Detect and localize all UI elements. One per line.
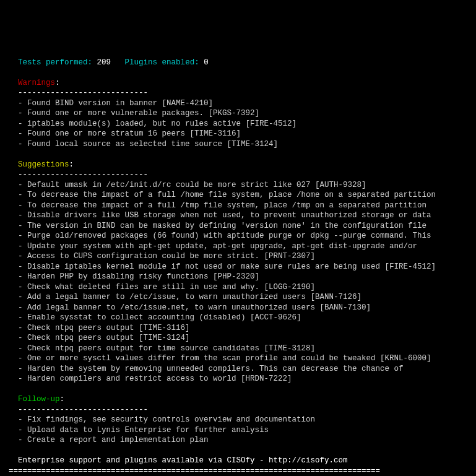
followup-title: Follow-up — [18, 395, 60, 404]
suggestions-list: - Default umask in /etc/init.d/rc could … — [9, 181, 436, 384]
header-line: Tests performed: 209 Plugins enabled: 0 — [9, 58, 209, 67]
tests-label: Tests performed — [18, 58, 88, 67]
suggestions-title: Suggestions — [18, 160, 69, 169]
support-text: Enterprise support and plugins available… — [18, 456, 348, 465]
warnings-divider: ---------------------------- — [18, 89, 148, 97]
plugins-value: 0 — [204, 58, 209, 67]
tests-value: 209 — [97, 58, 111, 67]
suggestions-divider: ---------------------------- — [18, 170, 148, 179]
terminal-output: Tests performed: 209 Plugins enabled: 0 … — [9, 47, 467, 476]
followup-divider: ---------------------------- — [18, 405, 148, 414]
warnings-list: - Found BIND version in banner [NAME-421… — [9, 99, 296, 149]
warnings-title: Warnings — [18, 79, 55, 87]
plugins-label: Plugins enabled — [125, 58, 195, 67]
separator-1: ========================================… — [9, 467, 380, 475]
followup-list: - Fix findings, see security controls ov… — [9, 415, 315, 444]
